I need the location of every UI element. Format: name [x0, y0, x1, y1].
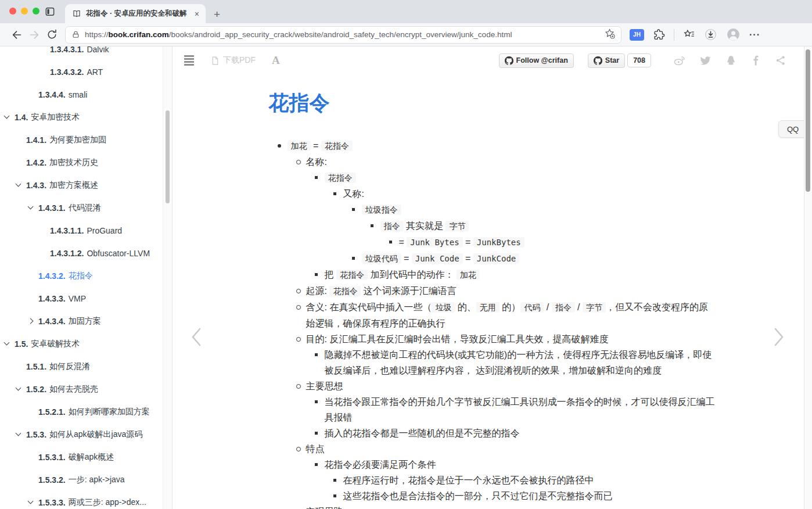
weibo-icon[interactable] [673, 54, 686, 67]
list-item: 把 花指令 加到代码中的动作： 加花 [325, 267, 716, 283]
font-settings-button[interactable]: A [272, 54, 280, 67]
text-run: 名称: [306, 157, 327, 167]
sidebar-scrollbar-thumb[interactable] [166, 110, 170, 203]
tab-overview-icon[interactable] [44, 6, 56, 20]
sidebar-item-1-4-3-1-1[interactable]: 1.4.3.1.1.ProGuard [0, 219, 172, 242]
sidebar-item-1-4-2[interactable]: 1.4.2.加密技术历史 [0, 151, 172, 174]
sidebar-item-number: 1.5.3.3. [38, 498, 66, 507]
sidebar-item-1-5-1[interactable]: 1.5.1.如何反混淆 [0, 355, 172, 378]
github-follow-button[interactable]: Follow @crifan [499, 53, 574, 68]
github-star-button[interactable]: Star [588, 53, 625, 68]
sidebar-item-1-5-3[interactable]: 1.5.3.如何从apk破解出java源码 [0, 423, 172, 446]
window-minimize-button[interactable] [21, 8, 28, 15]
content-list: 垃圾指令指令 其实就是 字节= Junk Bytes = JunkBytes垃圾… [343, 202, 716, 267]
text-run: 主要思想 [306, 381, 343, 391]
chevron-down-icon[interactable] [28, 499, 34, 504]
chevron-right-icon[interactable] [28, 318, 34, 324]
sidebar-item-1-4-3-1[interactable]: 1.4.3.1.代码混淆 [0, 196, 172, 219]
tab-close-icon[interactable]: × [193, 9, 201, 19]
downloads-icon[interactable] [704, 28, 717, 41]
sidebar-item-1-4-3[interactable]: 1.4.3.加密方案概述 [0, 174, 172, 196]
list-item: 插入的花指令都是一些随机的但是不完整的指令 [325, 425, 716, 441]
sidebar-item-1-5-2[interactable]: 1.5.2.如何去壳脱壳 [0, 378, 172, 400]
qq-icon[interactable] [725, 55, 737, 67]
browser-tab[interactable]: 花指令 · 安卓应用的安全和破解 × [65, 4, 206, 23]
facebook-icon[interactable] [750, 55, 761, 66]
sidebar-item-1-3-4-4[interactable]: 1.3.4.4.smali [0, 83, 172, 106]
sidebar-item-1-4-3-2[interactable]: 1.4.3.2.花指令 [0, 264, 172, 287]
sidebar-item-1-3-4-3-2[interactable]: 1.3.4.3.2.ART [0, 60, 172, 83]
chevron-down-icon[interactable] [28, 204, 34, 210]
pdf-file-icon [210, 56, 220, 66]
sidebar-item-1-5-3-2[interactable]: 1.5.3.2.一步: apk->java [0, 468, 172, 491]
add-favorite-icon[interactable] [604, 28, 615, 41]
content-list: 花指令又称:垃圾指令指令 其实就是 字节= Junk Bytes = JunkB… [306, 170, 716, 283]
favorites-collections-icon[interactable] [683, 28, 695, 41]
inline-code: 花指令 [329, 286, 361, 296]
sidebar-item-number: 1.5.2. [26, 385, 46, 394]
extension-jh-badge[interactable]: JH [630, 29, 644, 41]
github-star-count[interactable]: 708 [627, 53, 651, 67]
toggle-sidebar-icon[interactable] [184, 55, 194, 66]
window-zoom-button[interactable] [33, 8, 39, 15]
text-run: = [311, 141, 321, 150]
text-run: 其实就是 [404, 221, 446, 231]
github-star-group: Star 708 [588, 53, 651, 68]
extensions-puzzle-icon[interactable] [653, 28, 665, 41]
url-bar[interactable]: https://book.crifan.com/books/android_ap… [65, 26, 621, 44]
chevron-down-icon[interactable] [16, 181, 21, 187]
sidebar-item-1-4-1[interactable]: 1.4.1.为何要加密加固 [0, 128, 172, 151]
sidebar-item-label: smali [69, 90, 88, 99]
back-button[interactable] [8, 26, 26, 44]
list-item: 实现思路 [306, 504, 716, 509]
content-list: 名称:花指令又称:垃圾指令指令 其实就是 字节= Junk Bytes = Ju… [288, 154, 716, 509]
inline-code: JunkBytes [473, 237, 524, 248]
text-run: 花指令必须要满足两个条件 [325, 460, 436, 469]
chevron-down-icon[interactable] [16, 385, 21, 391]
list-item: 当花指令跟正常指令的开始几个字节被反汇编工具识别成一条指令的时候，才可以使得反汇… [325, 394, 716, 425]
sidebar-item-1-4-3-4[interactable]: 1.4.3.4.加固方案 [0, 310, 172, 332]
inline-code: 加花 [457, 270, 480, 280]
share-icon[interactable] [775, 55, 786, 66]
download-pdf-button[interactable]: 下载PDF [210, 55, 256, 66]
sidebar-item-label: 为何要加密加固 [49, 135, 106, 145]
qq-side-button[interactable]: QQ [778, 120, 807, 138]
sidebar-item-1-4-3-3[interactable]: 1.4.3.3.VMP [0, 287, 172, 310]
chevron-down-icon[interactable] [4, 113, 10, 119]
forward-button[interactable] [26, 26, 43, 44]
toolbar-right: Follow @crifan Star 708 [499, 53, 786, 68]
page-body: 加花 = 花指令名称:花指令又称:垃圾指令指令 其实就是 字节= Junk By… [269, 138, 716, 509]
next-page-chevron[interactable] [773, 325, 785, 351]
page-scrollbar-thumb[interactable] [806, 49, 810, 192]
prev-page-chevron[interactable] [190, 325, 203, 351]
text-run: 插入的花指令都是一些随机的但是不完整的指令 [325, 428, 520, 438]
book-page: 花指令 加花 = 花指令名称:花指令又称:垃圾指令指令 其实就是 字节= Jun… [260, 89, 725, 509]
sidebar-item-1-5-2-1[interactable]: 1.5.2.1.如何判断哪家加固方案 [0, 400, 172, 423]
sidebar-item-1-5-3-1[interactable]: 1.5.3.1.破解apk概述 [0, 446, 172, 468]
main-content-area: 下载PDF A Follow @crifan Star 708 [173, 46, 812, 509]
list-item: 主要思想当花指令跟正常指令的开始几个字节被反汇编工具识别成一条指令的时候，才可以… [306, 378, 716, 441]
sidebar-item-1-3-4-3-1[interactable]: 1.3.4.3.1.Dalvik [0, 46, 172, 60]
inline-code: 花指令 [325, 173, 356, 183]
sidebar-item-number: 1.5.3.2. [38, 475, 66, 485]
github-octocat-icon [505, 56, 513, 65]
list-item: 目的: 反汇编工具在反汇编时会出错，导致反汇编工具失效，提高破解难度隐藏掉不想被… [306, 331, 716, 378]
chevron-down-icon[interactable] [4, 340, 10, 346]
profile-avatar[interactable] [726, 27, 741, 42]
sidebar-item-1-5-3-3[interactable]: 1.5.3.3.两或三步: app->dex... [0, 491, 172, 509]
more-menu-icon[interactable]: ··· [749, 30, 760, 40]
twitter-icon[interactable] [699, 55, 712, 67]
sidebar-item-label: ProGuard [87, 226, 122, 235]
inline-code: 指令 [552, 302, 575, 313]
text-run: 含义: 在真实代码中插入一些（ [306, 302, 432, 312]
chevron-down-icon[interactable] [16, 431, 21, 436]
inline-code: 垃圾指令 [362, 205, 401, 215]
sidebar-item-1-5[interactable]: 1.5.安卓破解技术 [0, 332, 172, 355]
new-tab-button[interactable]: + [214, 9, 220, 20]
sidebar-item-1-4-3-1-2[interactable]: 1.4.3.1.2.Obfuscator-LLVM [0, 242, 172, 264]
text-run: 在程序运行时，花指令是位于一个永远也不会被执行的路径中 [343, 475, 594, 485]
window-close-button[interactable] [9, 8, 16, 15]
sidebar-item-1-4[interactable]: 1.4.安卓加密技术 [0, 106, 172, 128]
reload-button[interactable] [43, 26, 60, 44]
inline-code: Junk Code [412, 253, 463, 264]
